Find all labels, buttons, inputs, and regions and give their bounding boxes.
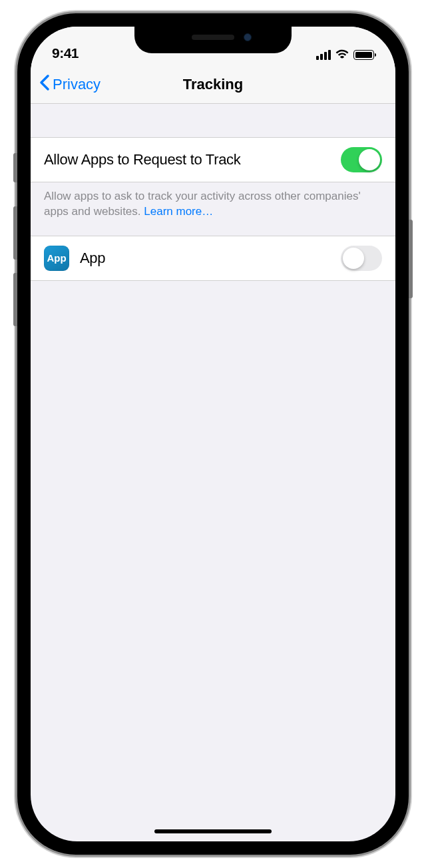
home-indicator[interactable] bbox=[154, 829, 272, 833]
front-camera bbox=[244, 33, 252, 41]
battery-icon bbox=[353, 50, 374, 60]
status-indicators bbox=[316, 48, 374, 61]
status-time: 9:41 bbox=[52, 45, 79, 61]
silent-switch bbox=[13, 153, 17, 182]
app-tracking-group: App App bbox=[31, 236, 395, 281]
speaker bbox=[192, 35, 234, 40]
power-button bbox=[409, 220, 413, 298]
toggle-knob bbox=[359, 149, 380, 170]
app-tracking-toggle[interactable] bbox=[341, 246, 382, 271]
settings-content: Allow Apps to Request to Track Allow app… bbox=[31, 104, 395, 281]
cellular-signal-icon bbox=[316, 50, 331, 60]
app-name-label: App bbox=[80, 250, 341, 267]
allow-tracking-group: Allow Apps to Request to Track bbox=[31, 137, 395, 182]
back-button[interactable]: Privacy bbox=[39, 74, 101, 95]
allow-tracking-row: Allow Apps to Request to Track bbox=[31, 138, 395, 182]
navigation-bar: Privacy Tracking bbox=[31, 65, 395, 104]
screen: 9:41 bbox=[31, 27, 395, 841]
wifi-icon bbox=[335, 48, 349, 61]
phone-frame: 9:41 bbox=[17, 13, 409, 855]
learn-more-link[interactable]: Learn more… bbox=[144, 205, 213, 218]
notch bbox=[134, 27, 292, 53]
volume-down-button bbox=[13, 273, 17, 326]
tracking-footer: Allow apps to ask to track your activity… bbox=[31, 182, 395, 236]
back-label: Privacy bbox=[53, 76, 101, 93]
chevron-left-icon bbox=[39, 74, 50, 95]
allow-tracking-toggle[interactable] bbox=[341, 147, 382, 172]
app-tracking-row: App App bbox=[31, 236, 395, 280]
toggle-knob bbox=[343, 248, 364, 269]
app-icon-label: App bbox=[47, 252, 66, 264]
volume-up-button bbox=[13, 206, 17, 260]
allow-tracking-label: Allow Apps to Request to Track bbox=[44, 151, 341, 168]
app-icon: App bbox=[44, 246, 69, 271]
